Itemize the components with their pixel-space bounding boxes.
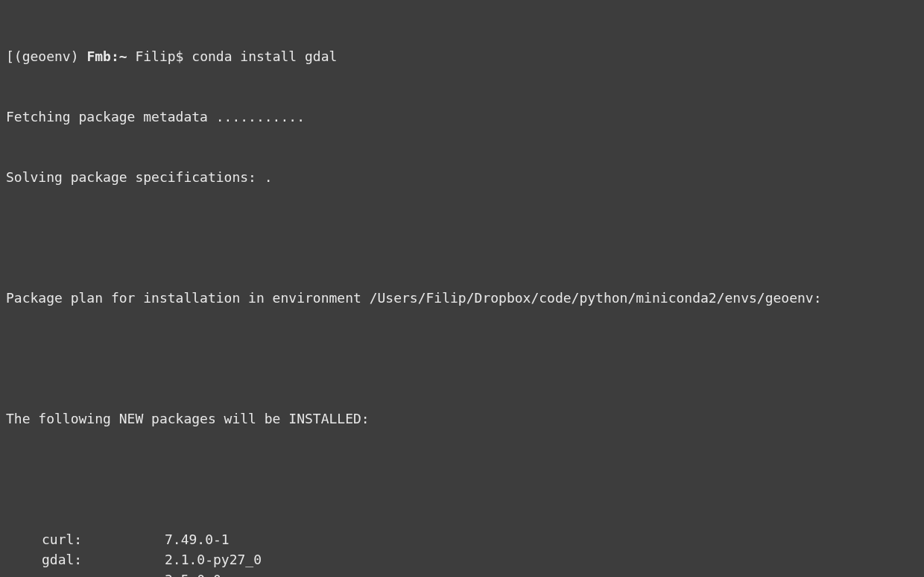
- package-name: curl:: [42, 529, 165, 549]
- blank-line: [6, 469, 918, 489]
- blank-line: [6, 227, 918, 247]
- path: ~: [119, 46, 136, 66]
- env-name: (geoenv): [14, 46, 87, 66]
- package-indent: [6, 570, 42, 577]
- package-version: 3.5.0-0: [165, 570, 221, 577]
- username: Filip$: [135, 46, 192, 66]
- package-version: 7.49.0-1: [165, 529, 230, 549]
- solving-spec-line: Solving package specifications: .: [6, 167, 918, 187]
- package-version: 2.1.0-py27_0: [165, 549, 262, 570]
- prompt-line: [(geoenv) Fmb:~ Filip$ conda install gda…: [6, 46, 918, 66]
- hostname: Fmb:: [86, 46, 118, 66]
- package-name: geos:: [42, 570, 165, 577]
- package-plan-line: Package plan for installation in environ…: [6, 288, 918, 308]
- terminal-output[interactable]: [(geoenv) Fmb:~ Filip$ conda install gda…: [6, 6, 918, 577]
- new-packages-header: The following NEW packages will be INSTA…: [6, 409, 918, 429]
- package-row: gdal:2.1.0-py27_0: [6, 549, 918, 570]
- package-row: geos:3.5.0-0: [6, 570, 918, 577]
- bracket-open: [: [6, 46, 14, 66]
- package-indent: [6, 549, 42, 570]
- command: conda install gdal: [192, 46, 337, 66]
- package-name: gdal:: [42, 549, 165, 570]
- package-row: curl:7.49.0-1: [6, 529, 918, 549]
- package-indent: [6, 529, 42, 549]
- fetching-metadata-line: Fetching package metadata ...........: [6, 107, 918, 127]
- blank-line: [6, 348, 918, 368]
- package-list: curl:7.49.0-1 gdal:2.1.0-py27_0 geos:3.5…: [6, 529, 918, 577]
